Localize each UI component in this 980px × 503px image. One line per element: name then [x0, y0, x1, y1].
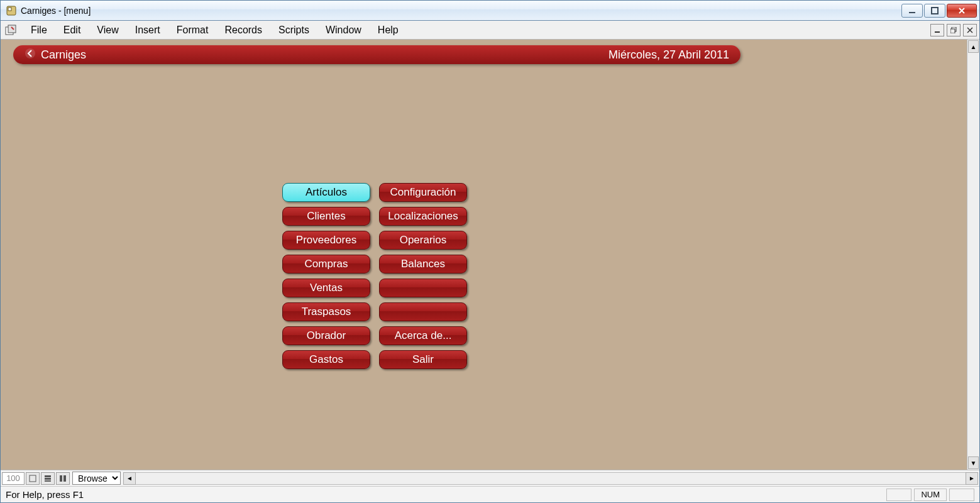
- hscroll-track[interactable]: [136, 472, 966, 485]
- menu-help[interactable]: Help: [370, 23, 406, 38]
- scroll-left-icon[interactable]: ◄: [123, 472, 136, 485]
- status-indicator-1: [886, 489, 911, 501]
- mdi-minimize-button[interactable]: [930, 24, 944, 36]
- status-numlock: NUM: [914, 489, 947, 501]
- menu-empty-2[interactable]: [379, 302, 467, 321]
- menubar: File Edit View Insert Format Records Scr…: [1, 21, 979, 40]
- menu-configuracion[interactable]: Configuración: [379, 183, 467, 202]
- menu-window[interactable]: Window: [318, 23, 369, 38]
- menu-gastos[interactable]: Gastos: [282, 350, 370, 369]
- svg-rect-1: [8, 8, 11, 11]
- menu-empty-1[interactable]: [379, 279, 467, 297]
- scroll-up-icon[interactable]: ▲: [968, 40, 979, 53]
- menu-edit[interactable]: Edit: [56, 23, 89, 38]
- menu-compras[interactable]: Compras: [282, 255, 370, 274]
- status-help-text: For Help, press F1: [6, 489, 84, 500]
- svg-rect-5: [8, 25, 16, 33]
- menu-scripts[interactable]: Scripts: [271, 23, 317, 38]
- content-canvas: Carniges Miércoles, 27 Abril 2011 Artícu…: [1, 40, 967, 470]
- menu-proveedores[interactable]: Proveedores: [282, 231, 370, 250]
- svg-rect-2: [909, 12, 915, 13]
- view-mode-1-icon[interactable]: [26, 472, 40, 485]
- menu-salir[interactable]: Salir: [379, 350, 467, 369]
- menu-clientes[interactable]: Clientes: [282, 207, 370, 226]
- menu-records[interactable]: Records: [217, 23, 270, 38]
- statusbar: For Help, press F1 NUM: [1, 486, 979, 502]
- svg-point-9: [25, 48, 35, 58]
- menu-file[interactable]: File: [23, 23, 55, 38]
- close-button[interactable]: [947, 4, 977, 18]
- header-date: Miércoles, 27 Abril 2011: [608, 48, 729, 62]
- mdi-restore-button[interactable]: [947, 24, 961, 36]
- svg-rect-15: [63, 475, 66, 482]
- svg-rect-8: [950, 29, 955, 33]
- app-window: Carniges - [menu] File Edit View Insert …: [0, 0, 980, 503]
- menu-ventas[interactable]: Ventas: [282, 279, 370, 297]
- brand-label: Carniges: [41, 48, 86, 62]
- menu-articulos[interactable]: Artículos: [282, 183, 370, 202]
- zoom-level[interactable]: 100: [2, 472, 25, 485]
- menubar-app-icon: [3, 23, 18, 38]
- bottom-toolbar: 100 Browse ◄ ►: [1, 470, 979, 486]
- vertical-scrollbar[interactable]: ▲ ▼: [967, 40, 979, 470]
- svg-rect-10: [30, 475, 36, 482]
- menu-localizaciones[interactable]: Localizaciones: [379, 207, 467, 226]
- status-indicator-3: [949, 489, 974, 501]
- back-icon[interactable]: [25, 48, 36, 62]
- window-controls: [901, 4, 977, 18]
- menu-acerca-de[interactable]: Acerca de...: [379, 326, 467, 345]
- scroll-right-icon[interactable]: ►: [966, 472, 978, 485]
- header-bar: Carniges Miércoles, 27 Abril 2011: [13, 45, 741, 64]
- maximize-button[interactable]: [924, 4, 945, 18]
- menu-traspasos[interactable]: Traspasos: [282, 302, 370, 321]
- scroll-down-icon[interactable]: ▼: [968, 456, 979, 469]
- view-mode-2-icon[interactable]: [41, 472, 55, 485]
- titlebar: Carniges - [menu]: [1, 1, 979, 21]
- view-mode-3-icon[interactable]: [56, 472, 70, 485]
- menu-view[interactable]: View: [89, 23, 126, 38]
- vscroll-track[interactable]: [967, 53, 979, 456]
- mode-select[interactable]: Browse: [72, 472, 121, 485]
- svg-rect-11: [45, 475, 51, 477]
- svg-rect-3: [932, 8, 938, 14]
- svg-rect-12: [45, 478, 51, 480]
- minimize-button[interactable]: [901, 4, 923, 18]
- svg-rect-6: [935, 31, 940, 33]
- main-menu-grid: Artículos Configuración Clientes Localiz…: [282, 183, 467, 369]
- mdi-close-button[interactable]: [963, 24, 977, 36]
- menu-format[interactable]: Format: [169, 23, 216, 38]
- menu-obrador[interactable]: Obrador: [282, 326, 370, 345]
- svg-rect-14: [60, 475, 62, 482]
- menu-operarios[interactable]: Operarios: [379, 231, 467, 250]
- menu-insert[interactable]: Insert: [128, 23, 168, 38]
- menu-balances[interactable]: Balances: [379, 255, 467, 274]
- horizontal-scrollbar[interactable]: ◄ ►: [123, 472, 978, 485]
- window-title: Carniges - [menu]: [21, 6, 901, 16]
- content-wrap: Carniges Miércoles, 27 Abril 2011 Artícu…: [1, 40, 979, 470]
- app-icon: [6, 5, 17, 16]
- svg-rect-13: [45, 480, 51, 482]
